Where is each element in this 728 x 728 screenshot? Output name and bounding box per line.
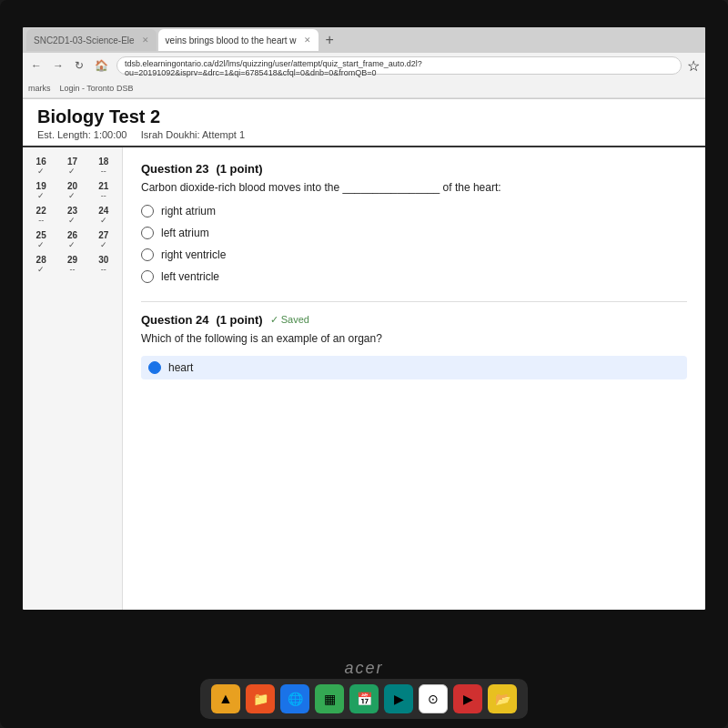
bookmark-marks[interactable]: marks <box>28 84 51 93</box>
nav-cell-19[interactable]: 19 ✓ <box>26 179 56 202</box>
nav-cell-25[interactable]: 25 ✓ <box>26 228 56 251</box>
play-icon[interactable]: ▶ <box>453 684 482 713</box>
laptop-bezel: SNC2D1-03-Science-Ele ✕ veins brings blo… <box>0 0 728 728</box>
address-bar: ← → ↻ 🏠 tdsb.elearningontario.ca/d2l/lms… <box>23 53 705 78</box>
tab-veins-label: veins brings blood to the heart w <box>166 35 297 46</box>
calendar-icon[interactable]: 📅 <box>349 684 379 713</box>
question-24-points: (1 point) <box>216 313 262 327</box>
nav-cell-30[interactable]: 30 -- <box>89 253 118 276</box>
nav-cell-24[interactable]: 24 ✓ <box>89 204 118 227</box>
triangle-icon[interactable]: ▲ <box>211 684 240 713</box>
option-left-ventricle-label: left ventricle <box>161 270 219 283</box>
nav-cell-23[interactable]: 23 ✓ <box>57 204 86 227</box>
tab-science-close[interactable]: ✕ <box>142 35 149 45</box>
est-length: Est. Length: 1:00:00 <box>37 129 126 140</box>
bookmarks-bar: marks Login - Toronto DSB <box>23 78 705 98</box>
radio-heart[interactable] <box>148 361 161 374</box>
nav-cell-22[interactable]: 22 -- <box>26 204 56 227</box>
question-24-block: Question 24 (1 point) ✓ Saved Which of t… <box>141 313 687 379</box>
taskbar: ▲ 📁 🌐 ▦ 📅 ▶ ⊙ ▶ 📂 <box>200 679 528 719</box>
nav-cell-16[interactable]: 16 ✓ <box>26 155 56 177</box>
tab-science-label: SNC2D1-03-Science-Ele <box>34 35 135 46</box>
question-24-text: Which of the following is an example of … <box>141 332 687 345</box>
question-23-options: right atrium left atrium right ventricle <box>141 205 687 283</box>
question-24-options: heart <box>141 356 687 379</box>
radio-right-atrium[interactable] <box>141 205 154 217</box>
bookmark-login[interactable]: Login - Toronto DSB <box>60 84 134 93</box>
quiz-content: 16 ✓ 17 ✓ 18 -- 19 ✓ <box>23 147 705 610</box>
question-24-saved: ✓ Saved <box>270 314 309 326</box>
reload-button[interactable]: ↻ <box>72 59 86 72</box>
tab-science[interactable]: SNC2D1-03-Science-Ele ✕ <box>26 29 157 51</box>
question-23-title: Question 23 <box>141 162 208 176</box>
chromebrowser-icon[interactable]: ⊙ <box>419 684 448 713</box>
question-nav-sidebar: 16 ✓ 17 ✓ 18 -- 19 ✓ <box>23 147 123 610</box>
section-divider <box>141 301 687 302</box>
nav-cell-28[interactable]: 28 ✓ <box>26 253 56 276</box>
tab-veins[interactable]: veins brings blood to the heart w ✕ <box>158 29 318 51</box>
question-23-text: Carbon dioxide-rich blood moves into the… <box>141 181 687 194</box>
back-button[interactable]: ← <box>28 59 45 72</box>
question-23-points: (1 point) <box>216 162 262 176</box>
files-icon[interactable]: 📁 <box>246 684 275 713</box>
radio-left-atrium[interactable] <box>141 227 154 239</box>
browser-chrome: SNC2D1-03-Science-Ele ✕ veins brings blo… <box>23 27 705 99</box>
page-meta: Est. Length: 1:00:00 Israh Doukhi: Attem… <box>37 129 691 140</box>
bookmark-icon[interactable]: ☆ <box>687 57 700 75</box>
browser-screen: SNC2D1-03-Science-Ele ✕ veins brings blo… <box>23 27 705 610</box>
page-header: Biology Test 2 Est. Length: 1:00:00 Isra… <box>23 99 705 147</box>
option-right-atrium[interactable]: right atrium <box>141 205 687 217</box>
home-button[interactable]: 🏠 <box>92 59 111 72</box>
question-24-header: Question 24 (1 point) ✓ Saved <box>141 313 687 327</box>
option-heart-label: heart <box>168 361 193 374</box>
option-right-ventricle[interactable]: right ventricle <box>141 248 687 261</box>
quiz-main: Question 23 (1 point) Carbon dioxide-ric… <box>123 147 705 610</box>
radio-left-ventricle[interactable] <box>141 270 154 283</box>
option-heart[interactable]: heart <box>141 356 687 379</box>
chrome-icon-1[interactable]: 🌐 <box>280 684 309 713</box>
nav-cell-21[interactable]: 21 -- <box>89 179 118 202</box>
option-left-atrium-label: left atrium <box>161 227 209 239</box>
option-left-atrium[interactable]: left atrium <box>141 227 687 239</box>
url-bar[interactable]: tdsb.elearningontario.ca/d2l/lms/quizzin… <box>116 56 682 75</box>
forward-button[interactable]: → <box>50 59 66 72</box>
nav-cell-18[interactable]: 18 -- <box>89 155 118 177</box>
page-title: Biology Test 2 <box>37 106 691 127</box>
attempt-info: Israh Doukhi: Attempt 1 <box>141 129 245 140</box>
question-23-header: Question 23 (1 point) <box>141 162 687 176</box>
meet-icon[interactable]: ▶ <box>384 684 413 713</box>
nav-cell-20[interactable]: 20 ✓ <box>57 179 86 202</box>
sheets-icon[interactable]: ▦ <box>315 684 344 713</box>
option-right-ventricle-label: right ventricle <box>161 248 226 261</box>
folder-icon[interactable]: 📂 <box>488 684 517 713</box>
option-left-ventricle[interactable]: left ventricle <box>141 270 687 283</box>
tab-bar: SNC2D1-03-Science-Ele ✕ veins brings blo… <box>23 27 705 53</box>
nav-grid: 16 ✓ 17 ✓ 18 -- 19 ✓ <box>26 155 118 276</box>
option-right-atrium-label: right atrium <box>161 205 216 217</box>
nav-cell-26[interactable]: 26 ✓ <box>57 228 86 251</box>
new-tab-button[interactable]: + <box>320 32 339 48</box>
tab-veins-close[interactable]: ✕ <box>304 35 311 45</box>
nav-cell-17[interactable]: 17 ✓ <box>57 155 86 177</box>
question-24-title: Question 24 <box>141 313 208 327</box>
question-23-block: Question 23 (1 point) Carbon dioxide-ric… <box>141 162 687 283</box>
radio-right-ventricle[interactable] <box>141 248 154 261</box>
acer-logo: acer <box>344 659 383 678</box>
nav-cell-29[interactable]: 29 -- <box>57 253 86 276</box>
nav-cell-27[interactable]: 27 ✓ <box>89 228 118 251</box>
radio-heart-fill <box>151 364 158 371</box>
